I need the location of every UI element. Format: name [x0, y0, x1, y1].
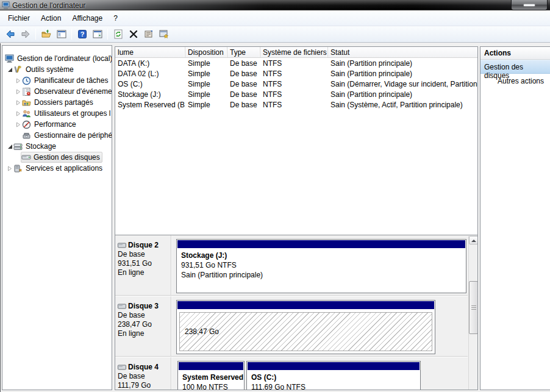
column-header-disposition[interactable]: Disposition [185, 47, 227, 57]
tree-item-label: Observateur d'événeme [32, 87, 112, 96]
cell-type: De base [227, 69, 260, 78]
up-folder-icon [41, 29, 51, 39]
refresh-button[interactable] [111, 27, 125, 41]
column-header-filesystem[interactable]: Système de fichiers [260, 47, 328, 57]
title-bar: Gestion de l'ordinateur [0, 0, 550, 10]
scroll-up-icon [471, 239, 476, 243]
expander-collapsed-icon[interactable] [15, 78, 22, 84]
tree-item-performance[interactable]: Performance [2, 119, 112, 130]
partition-unformatted[interactable]: 238,47 Go [176, 300, 435, 354]
partition-name: System Reserved [182, 372, 244, 382]
expander-collapsed-icon[interactable] [15, 89, 22, 94]
forward-button[interactable] [18, 27, 32, 41]
partition-size: 100 Mo NTFS [182, 382, 244, 390]
volume-row-data-k[interactable]: DATA (K:) Simple De base NTFS Sain (Part… [115, 58, 477, 68]
minimize-icon [524, 4, 535, 6]
expander-collapsed-icon[interactable] [15, 122, 22, 127]
column-header-type[interactable]: Type [227, 47, 260, 57]
cell-type: De base [227, 101, 260, 109]
scrollbar-thumb[interactable] [469, 281, 478, 334]
column-header-status[interactable]: Statut [328, 47, 478, 57]
action-item-gestion-des-disques[interactable]: Gestion des disques [480, 60, 550, 74]
expander-expanded-icon[interactable] [6, 67, 13, 73]
partition-size: 931,51 Go NTFS [181, 260, 466, 270]
tree-item-event-viewer[interactable]: Observateur d'événeme [2, 86, 112, 97]
menu-fichier[interactable]: Fichier [2, 12, 35, 25]
tree-item-device-manager[interactable]: Gestionnaire de périphé [2, 130, 112, 141]
tree-item-local-users-groups[interactable]: Utilisateurs et groupes l [2, 108, 112, 119]
volumes-list-header: lume Disposition Type Système de fichier… [115, 47, 477, 58]
tree-item-computer-management[interactable]: Gestion de l'ordinateur (local) [2, 53, 112, 64]
partition-size: 111,69 Go NTFS [251, 382, 420, 390]
toolbar-separator [107, 29, 108, 40]
rescan-disks-button[interactable] [157, 27, 171, 41]
partition-os-c[interactable]: OS (C:) 111,69 Go NTFS [246, 361, 421, 390]
disk-size: 238,47 Go [118, 320, 170, 329]
tree-item-label: Gestion des disques [32, 153, 100, 162]
tree-item-services-applications[interactable]: Services et applications [2, 163, 112, 174]
cell-volume: Stockage (J:) [115, 90, 185, 99]
menu-help[interactable]: ? [108, 12, 123, 25]
tree-item-task-scheduler[interactable]: Planificateur de tâches [2, 75, 112, 86]
partition-system-reserved[interactable]: System Reserved 100 Mo NTFS [177, 361, 245, 390]
menu-bar: Fichier Action Affichage ? [0, 11, 550, 26]
show-action-pane-button[interactable] [90, 27, 104, 41]
help-button[interactable]: ? [75, 27, 89, 41]
volume-row-stockage-j[interactable]: Stockage (J:) Simple De base NTFS Sain (… [115, 89, 477, 99]
users-groups-icon [22, 109, 32, 118]
disk-info-disque2[interactable]: Disque 2 De base 931,51 Go En ligne [118, 241, 170, 277]
back-icon [5, 29, 15, 39]
tree-item-shared-folders[interactable]: Dossiers partagés [2, 97, 112, 108]
partition-color-band [177, 301, 434, 309]
tree-item-disk-management[interactable]: Gestion des disques [2, 152, 112, 163]
scroll-up-button[interactable] [469, 236, 478, 244]
cell-filesystem: NTFS [260, 59, 328, 68]
disk-status: En ligne [118, 329, 170, 338]
tree-item-stockage[interactable]: Stockage [2, 141, 112, 152]
disk-row-disque4: Disque 4 De base 111,79 Go En ligne Syst… [115, 359, 468, 390]
disk-name: Disque 4 [128, 363, 159, 372]
tree-item-label: Outils système [24, 65, 74, 74]
disk-type: De base [118, 372, 170, 381]
tree-item-outils-systeme[interactable]: Outils système [2, 64, 112, 75]
volume-row-data02-l[interactable]: DATA 02 (L:) Simple De base NTFS Sain (P… [115, 68, 477, 79]
cell-type: De base [227, 80, 260, 88]
cell-volume: DATA (K:) [115, 59, 185, 68]
cell-status: Sain (Partition principale) [328, 69, 478, 78]
show-console-tree-button[interactable] [54, 27, 68, 41]
expander-collapsed-icon[interactable] [15, 111, 22, 116]
partition-stockage-j[interactable]: Stockage (J:) 931,51 Go NTFS Sain (Parti… [176, 239, 466, 293]
show-console-tree-icon [57, 29, 66, 39]
delete-button[interactable] [126, 27, 140, 41]
volume-row-system-reserved-b[interactable]: System Reserved (B:) Simple De base NTFS… [115, 99, 477, 110]
cell-filesystem: NTFS [260, 80, 328, 88]
vertical-scrollbar[interactable] [468, 236, 477, 390]
disk-icon [118, 243, 127, 249]
back-button[interactable] [3, 27, 17, 41]
expander-collapsed-icon[interactable] [6, 166, 13, 171]
device-manager-icon [22, 131, 32, 140]
up-folder-button[interactable] [39, 27, 53, 41]
menu-affichage[interactable]: Affichage [66, 12, 108, 25]
disk-management-icon [21, 153, 32, 162]
tree-item-label: Gestion de l'ordinateur (local) [15, 54, 112, 63]
properties-button[interactable] [141, 27, 155, 41]
expander-expanded-icon[interactable] [6, 144, 13, 149]
expander-collapsed-icon[interactable] [15, 100, 22, 105]
disk-info-disque3[interactable]: Disque 3 De base 238,47 Go En ligne [118, 302, 170, 338]
partition-color-band [248, 362, 420, 370]
disk-size: 111,79 Go [118, 381, 170, 390]
minimize-button[interactable] [511, 0, 548, 10]
toolbar-separator [35, 29, 36, 40]
tree-item-label: Stockage [24, 142, 56, 151]
console-tree: Gestion de l'ordinateur (local) Outils s… [2, 46, 112, 174]
partition-status: Sain (Partition principale) [181, 270, 466, 280]
volume-row-os-c[interactable]: OS (C:) Simple De base NTFS Sain (Démarr… [115, 79, 477, 89]
disk-info-disque4[interactable]: Disque 4 De base 111,79 Go En ligne [118, 363, 170, 390]
column-header-volume[interactable]: lume [115, 47, 185, 57]
partition-color-band [177, 240, 465, 248]
workspace: Gestion de l'ordinateur (local) Outils s… [0, 43, 550, 392]
menu-action[interactable]: Action [35, 12, 66, 25]
tree-item-label: Utilisateurs et groupes l [32, 109, 110, 118]
show-action-pane-icon [93, 29, 102, 39]
